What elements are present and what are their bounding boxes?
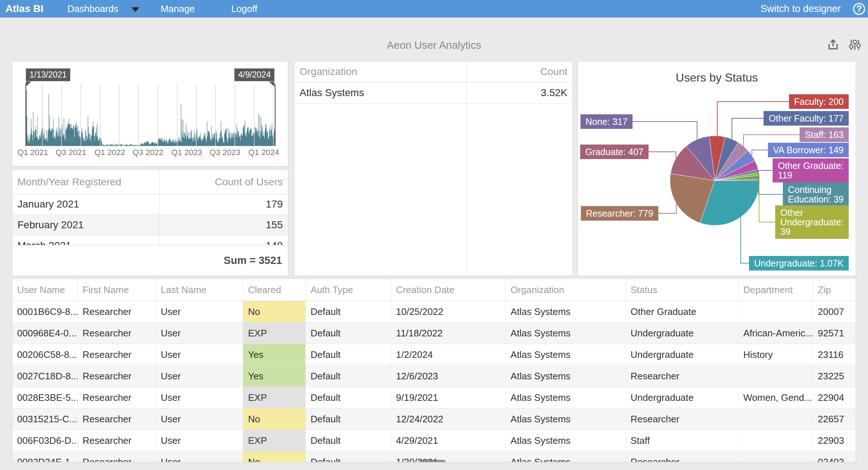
- month-cell: March 2021: [12, 236, 159, 246]
- grid-column-header-status[interactable]: Status: [626, 279, 739, 301]
- organization-table-panel: Organization Count Atlas Systems3.52K: [294, 61, 573, 276]
- month-table-row[interactable]: January 2021179: [12, 194, 288, 215]
- grid-cell-first-name: Researcher: [78, 387, 156, 408]
- grid-cell-organization: Atlas Systems: [506, 430, 626, 451]
- grid-cell-auth-type: Default: [306, 408, 391, 430]
- range-filter-chart[interactable]: Q1 2021Q3 2021Q1 2022Q3 2022Q1 2023Q3 20…: [12, 62, 288, 166]
- grid-column-header-user-name[interactable]: User Name: [12, 279, 78, 301]
- month-registered-table-panel: Month/Year Registered Count of Users Jan…: [12, 170, 288, 276]
- grid-cell-cleared: Yes: [243, 366, 306, 387]
- pie-label-other-faculty: Other Faculty: 177: [764, 111, 849, 126]
- help-icon[interactable]: ?: [853, 3, 865, 15]
- grid-cell-organization: Atlas Systems: [506, 408, 626, 430]
- grid-cell-organization: Atlas Systems: [506, 387, 626, 408]
- pie-label-other-graduate: Other Graduate: 119: [773, 158, 849, 182]
- pie-connector-researcher: [658, 204, 676, 213]
- timeline-area-series: [26, 90, 275, 146]
- grid-cell-organization: Atlas Systems: [506, 451, 626, 462]
- grid-cell-first-name: Researcher: [78, 366, 156, 387]
- grid-cell-first-name: Researcher: [78, 344, 156, 365]
- org-table-row[interactable]: Atlas Systems3.52K: [294, 82, 572, 104]
- nav-item-manage-label: Manage: [160, 3, 195, 15]
- grid-cell-department: [738, 301, 813, 322]
- grid-cell-zip: 20007: [813, 301, 856, 322]
- count-cell: 149: [159, 236, 288, 246]
- grid-row[interactable]: 0027C18D-8...ResearcherUserYesDefault12/…: [12, 366, 856, 387]
- grid-cell-last-name: User: [156, 451, 243, 462]
- grid-cell-user-name: 0027C18D-8...: [12, 366, 78, 387]
- grid-cell-user-name: 006F03D6-D...: [12, 430, 78, 451]
- month-table-row[interactable]: March 2021149: [12, 236, 288, 246]
- app-brand: Atlas BI: [5, 3, 67, 15]
- count-column-header: Count of Users: [159, 170, 288, 194]
- x-axis-tick-label: Q3 2023: [210, 148, 240, 157]
- grid-cell-cleared: No: [243, 301, 306, 322]
- grid-cell-cleared: Yes: [243, 344, 306, 365]
- grid-cell-user-name: 0001B6C9-8...: [12, 301, 78, 322]
- grid-row[interactable]: 00315215-C...ResearcherUserNoDefault12/2…: [12, 408, 856, 430]
- grid-cell-creation-date: 10/25/2022: [391, 301, 506, 322]
- count-cell: 179: [159, 194, 288, 214]
- grid-column-header-department[interactable]: Department: [738, 279, 813, 301]
- chevron-down-icon: [131, 7, 139, 12]
- pie-connector-other-graduate: [757, 165, 773, 170]
- grid-row[interactable]: 0001B6C9-8...ResearcherUserNoDefault10/2…: [12, 301, 856, 323]
- horizontal-scrollbar-thumb[interactable]: [419, 460, 445, 462]
- grid-cell-first-name: Researcher: [78, 451, 156, 462]
- grid-cell-organization: Atlas Systems: [506, 344, 626, 365]
- grid-cell-last-name: User: [156, 366, 243, 387]
- users-grid: User NameFirst NameLast NameClearedAuth …: [12, 279, 856, 462]
- grid-cell-first-name: Researcher: [78, 323, 156, 344]
- pie-label-faculty: Faculty: 200: [789, 94, 849, 109]
- grid-column-header-first-name[interactable]: First Name: [78, 279, 156, 301]
- settings-sliders-icon[interactable]: [849, 39, 861, 51]
- grid-cell-creation-date: 4/29/2021: [391, 430, 506, 451]
- grid-row[interactable]: 00206C58-8...ResearcherUserYesDefault1/2…: [12, 344, 856, 366]
- grid-column-header-zip[interactable]: Zip: [813, 279, 856, 301]
- grid-cell-last-name: User: [156, 301, 243, 322]
- pie-label-graduate: Graduate: 407: [580, 145, 649, 159]
- nav-item-dashboards[interactable]: Dashboards: [67, 3, 139, 15]
- users-by-status-pie-panel: Users by Status Faculty: 200Other Facult…: [578, 61, 856, 276]
- grid-cell-zip: 92571: [813, 323, 856, 344]
- grid-cell-zip: 02493: [813, 451, 856, 462]
- grid-row[interactable]: 0028E3BE-5...ResearcherUserEXPDefault9/1…: [12, 387, 856, 408]
- organization-table: Organization Count Atlas Systems3.52K: [294, 62, 572, 276]
- export-icon[interactable]: [827, 39, 839, 51]
- grid-column-header-creation-date[interactable]: Creation Date: [391, 279, 506, 301]
- pie-label-va-borrower: VA Borrower: 149: [768, 143, 849, 157]
- nav-item-logoff[interactable]: Logoff: [231, 3, 257, 15]
- grid-cell-organization: Atlas Systems: [506, 323, 626, 344]
- range-end-marker[interactable]: 4/9/2024: [234, 68, 274, 81]
- switch-to-designer-button[interactable]: Switch to designer: [760, 3, 841, 15]
- grid-cell-creation-date: 1/2/2024: [391, 344, 506, 365]
- grid-cell-zip: 22903: [813, 430, 856, 451]
- range-start-marker[interactable]: 1/13/2021: [26, 68, 70, 81]
- grid-column-header-auth-type[interactable]: Auth Type: [306, 279, 391, 301]
- x-axis-tick-label: Q1 2021: [17, 148, 48, 157]
- nav-item-manage[interactable]: Manage: [160, 3, 195, 15]
- pie-label-continuing-education: Continuing Education: 39: [783, 182, 849, 206]
- grid-cell-cleared: EXP: [243, 387, 306, 408]
- grid-cell-status: Undergraduate: [626, 344, 739, 365]
- month-table-row[interactable]: February 2021155: [12, 215, 288, 236]
- grid-row[interactable]: 000968E4-0...ResearcherUserEXPDefault11/…: [12, 323, 856, 344]
- grid-column-header-last-name[interactable]: Last Name: [156, 279, 243, 301]
- range-end-pointer: [269, 82, 274, 87]
- grid-cell-department: [738, 366, 813, 387]
- grid-cell-auth-type: Default: [306, 344, 391, 365]
- grid-cell-organization: Atlas Systems: [506, 366, 626, 387]
- grid-cell-status: Researcher: [626, 408, 739, 430]
- nav-item-dashboards-label: Dashboards: [67, 3, 118, 15]
- grid-row[interactable]: 006F03D6-D...ResearcherUserEXPDefault4/2…: [12, 430, 856, 451]
- pie-connector-none: [633, 122, 697, 139]
- org-cell: Atlas Systems: [294, 82, 467, 103]
- grid-cell-zip: 22657: [813, 408, 856, 430]
- x-axis-tick-label: Q3 2022: [132, 148, 163, 157]
- grid-column-header-cleared[interactable]: Cleared: [243, 279, 306, 301]
- grid-cell-department: African-Americ...: [738, 323, 813, 344]
- grid-cell-department: Women, Gend...: [738, 387, 813, 408]
- month-cell: January 2021: [12, 194, 159, 214]
- count-column-header: Count: [467, 62, 572, 82]
- grid-column-header-organization[interactable]: Organization: [506, 279, 626, 301]
